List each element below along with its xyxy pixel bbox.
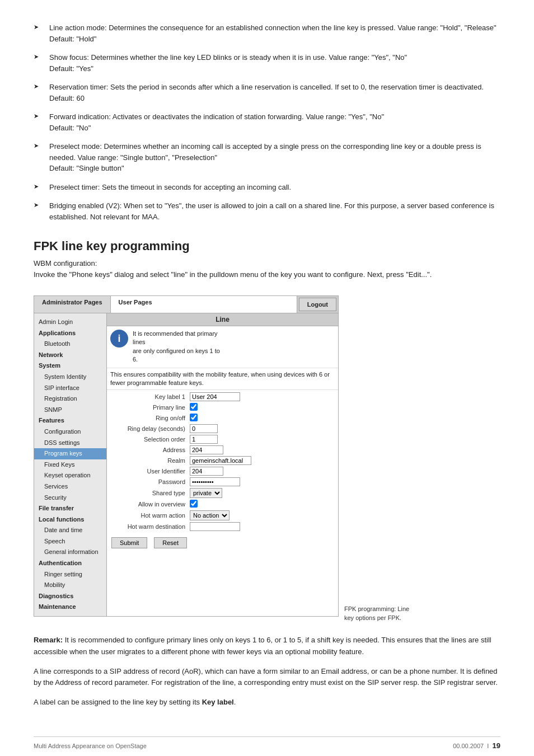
remark-1: Remark: It is recommended to configure p… [34,635,500,658]
info-box: i It is recommended that primary lines a… [107,326,338,368]
form-row-ring-onoff: Ring on/off [111,414,334,422]
sidebar-item-fixed-keys[interactable]: Fixed Keys [34,459,106,471]
sidebar-item-configuration[interactable]: Configuration [34,426,106,438]
shared-type-select[interactable]: private shared [190,488,222,498]
sidebar-item-authentication[interactable]: Authentication [34,558,106,569]
field-label-ring-delay: Ring delay (seconds) [111,425,190,432]
wbm-body: Admin Login Applications Bluetooth Netwo… [34,313,338,616]
sidebar-item-local-functions[interactable]: Local functions [34,514,106,525]
sidebar-item-sip-interface[interactable]: SIP interface [34,383,106,394]
field-value-shared-type[interactable]: private shared [190,488,334,498]
footer-divider: I [487,743,489,749]
ring-onoff-checkbox[interactable] [190,414,198,421]
wbm-form: Key label 1 Primary line Ring on/off [107,390,338,535]
user-id-input[interactable] [190,467,223,476]
sidebar-item-date-time[interactable]: Date and time [34,525,106,536]
field-value-key-label[interactable] [190,392,334,401]
sidebar-item-features[interactable]: Features [34,415,106,426]
remark-1-bold: Remark: [34,636,63,644]
form-row-hot-warm-dest: Hot warm destination [111,522,334,531]
sidebar-item-system[interactable]: System [34,360,106,372]
field-label-hot-warm-action: Hot warm action [111,512,190,519]
ring-delay-input[interactable] [190,424,218,433]
form-row-selection-order: Selection order [111,435,334,444]
field-label-hot-warm-dest: Hot warm destination [111,523,190,530]
form-row-hot-warm-action: Hot warm action No action [111,510,334,520]
field-label-user-id: User Identifier [111,468,190,475]
bullet-line-action: Line action mode: Determines the consequ… [34,22,500,44]
info-icon: i [110,330,128,348]
sidebar-item-program-keys[interactable]: Program keys [34,448,106,459]
wbm-config-intro: WBM configuration: Invoke the "Phone key… [34,258,500,280]
reset-button[interactable]: Reset [154,537,187,548]
realm-input[interactable] [190,456,251,465]
field-value-selection-order[interactable] [190,435,334,444]
info-text: It is recommended that primary lines are… [133,330,220,364]
sidebar-item-maintenance[interactable]: Maintenance [34,602,106,613]
bullet-list: Line action mode: Determines the consequ… [34,22,500,222]
sidebar-item-diagnostics[interactable]: Diagnostics [34,591,106,602]
bullet-show-focus: Show focus: Determines whether the line … [34,52,500,74]
footer-product: Multi Address Appearance on OpenStage [34,743,147,749]
sidebar-item-file-transfer[interactable]: File transfer [34,503,106,514]
primary-line-checkbox[interactable] [190,403,198,411]
submit-button[interactable]: Submit [111,537,147,548]
selection-order-input[interactable] [190,435,218,444]
field-value-realm[interactable] [190,456,334,465]
password-input[interactable] [190,477,240,486]
sidebar-item-applications[interactable]: Applications [34,328,106,339]
remark-2: A line corresponds to a SIP address of r… [34,666,500,689]
key-label-input[interactable] [190,392,240,401]
sidebar-item-mobility[interactable]: Mobility [34,580,106,591]
sidebar-item-dss-settings[interactable]: DSS settings [34,438,106,449]
sidebar-item-network[interactable]: Network [34,350,106,361]
field-value-hot-warm-action[interactable]: No action [190,510,334,520]
bullet-bridging: Bridging enabled (V2): When set to "Yes"… [34,200,500,222]
form-row-password: Password [111,477,334,486]
sidebar-item-speech[interactable]: Speech [34,536,106,547]
remark-1-text: It is recommended to configure primary l… [34,636,491,656]
field-value-password[interactable] [190,477,334,486]
form-row-realm: Realm [111,456,334,465]
fpk-caption: FPK programming: Line key options per FP… [344,605,417,622]
address-input[interactable] [190,445,223,454]
field-label-realm: Realm [111,457,190,464]
sidebar-item-registration[interactable]: Registration [34,393,106,405]
user-tab[interactable]: User Pages [111,296,297,313]
field-label-allow-overview: Allow in overview [111,501,190,508]
logout-button[interactable]: Logout [299,298,336,311]
field-value-ring-delay[interactable] [190,424,334,433]
sidebar-item-bluetooth[interactable]: Bluetooth [34,339,106,350]
sidebar-item-admin-login[interactable]: Admin Login [34,317,106,328]
form-row-ring-delay: Ring delay (seconds) [111,424,334,433]
hot-warm-action-select[interactable]: No action [190,510,229,520]
form-row-key-label: Key label 1 [111,392,334,401]
footer-version: 00.00.2007 [453,743,484,749]
field-value-user-id[interactable] [190,467,334,476]
section-heading: FPK line key programming [34,239,500,253]
remark-section: Remark: It is recommended to configure p… [34,635,500,708]
admin-tab[interactable]: Administrator Pages [34,296,111,313]
sidebar-item-keyset-operation[interactable]: Keyset operation [34,470,106,481]
sidebar-item-system-identity[interactable]: System Identity [34,372,106,383]
sidebar-item-services[interactable]: Services [34,481,106,492]
form-row-shared-type: Shared type private shared [111,488,334,498]
bullet-forward-indication: Forward indication: Activates or deactiv… [34,111,500,133]
field-value-primary-line[interactable] [190,403,334,412]
field-label-address: Address [111,447,190,453]
field-value-hot-warm-dest[interactable] [190,522,334,531]
field-value-address[interactable] [190,445,334,454]
field-label-ring-onoff: Ring on/off [111,415,190,421]
field-value-allow-overview[interactable] [190,500,334,509]
sidebar-item-ringer-setting[interactable]: Ringer setting [34,569,106,580]
hot-warm-dest-input[interactable] [190,522,240,531]
allow-overview-checkbox[interactable] [190,500,198,508]
remark-3: A label can be assigned to the line key … [34,697,500,708]
field-label-primary-line: Primary line [111,404,190,411]
field-value-ring-onoff[interactable] [190,414,334,422]
sidebar-item-security[interactable]: Security [34,492,106,504]
sidebar-item-general-info[interactable]: General information [34,547,106,558]
key-label-bold: Key label [202,698,234,706]
form-row-primary-line: Primary line [111,403,334,412]
sidebar-item-snmp[interactable]: SNMP [34,405,106,416]
